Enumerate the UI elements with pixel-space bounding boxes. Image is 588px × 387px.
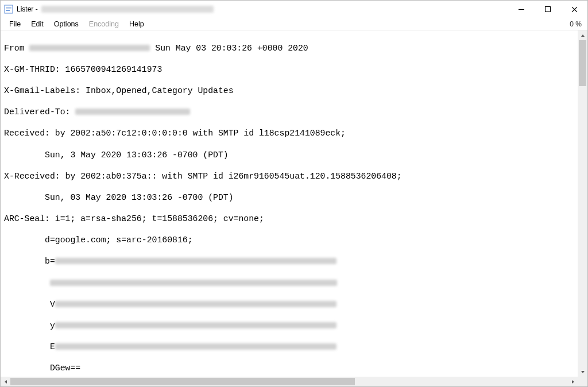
menu-options[interactable]: Options xyxy=(49,19,84,29)
scroll-down-icon[interactable] xyxy=(578,367,587,377)
content-area: From Sun May 03 20:03:26 +0000 2020 X-GM… xyxy=(1,30,587,386)
close-button[interactable] xyxy=(561,1,587,18)
scroll-left-icon[interactable] xyxy=(1,377,10,386)
scroll-corner xyxy=(578,377,587,386)
menu-encoding[interactable]: Encoding xyxy=(84,19,124,29)
maximize-button[interactable] xyxy=(535,1,561,18)
vscroll-track[interactable] xyxy=(578,40,587,367)
window-title-filename xyxy=(41,6,214,13)
window-title: Lister - xyxy=(17,5,38,13)
menu-edit[interactable]: Edit xyxy=(26,19,49,29)
svg-rect-4 xyxy=(519,9,524,10)
horizontal-scrollbar[interactable] xyxy=(1,377,578,386)
menubar: File Edit Options Encoding Help 0 % xyxy=(1,18,587,30)
svg-rect-3 xyxy=(6,10,10,11)
svg-rect-1 xyxy=(6,7,11,7)
vscroll-thumb[interactable] xyxy=(579,40,586,86)
position-percent: 0 % xyxy=(570,20,584,28)
menu-help[interactable]: Help xyxy=(124,19,149,29)
lister-window: Lister - File Edit Options Encoding Help… xyxy=(0,0,588,387)
titlebar: Lister - xyxy=(1,1,587,18)
hscroll-thumb[interactable] xyxy=(10,378,355,385)
app-icon xyxy=(4,5,13,14)
scroll-right-icon[interactable] xyxy=(568,377,578,386)
minimize-button[interactable] xyxy=(508,1,535,18)
hscroll-track[interactable] xyxy=(10,377,568,386)
text-content[interactable]: From Sun May 03 20:03:26 +0000 2020 X-GM… xyxy=(1,30,578,377)
scroll-up-icon[interactable] xyxy=(578,30,587,40)
menu-file[interactable]: File xyxy=(4,19,26,29)
svg-rect-5 xyxy=(546,7,551,12)
svg-rect-2 xyxy=(6,9,11,9)
vertical-scrollbar[interactable] xyxy=(578,30,587,377)
